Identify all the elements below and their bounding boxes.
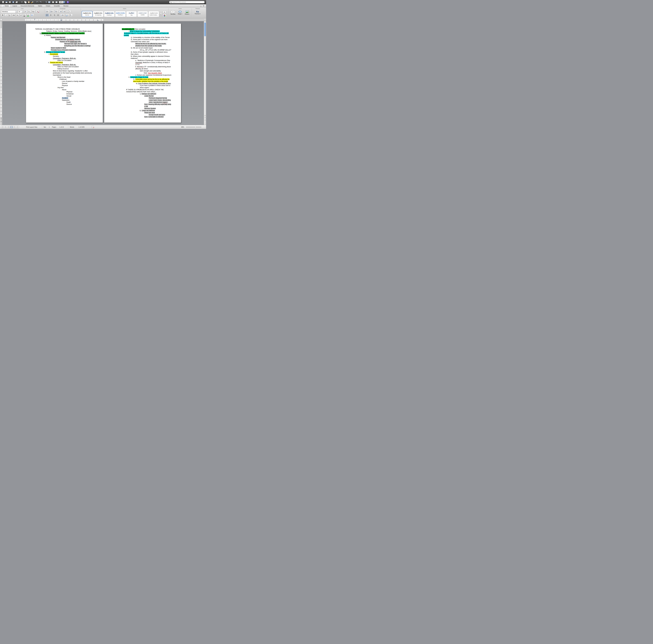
style-card-no-spacing[interactable]: AaBbCcDcNo Spacing [93,11,103,17]
doc-line[interactable]: b. Etiology of Deficient Terrain [44,51,103,53]
doc-line[interactable]: ii). Lungs are deficient [140,109,181,112]
doc-line[interactable]: Never studied in West [51,47,103,49]
search-input[interactable]: Search in Document [169,1,205,3]
tab-tables[interactable]: Tables [36,4,44,7]
doc-line[interactable]: a). Area Problems that Indicate Vulnerab… [136,82,181,84]
doc-line[interactable]: ASSOCIATED ORGAN FOR THAT AREA… [126,91,181,93]
style-card-heading-2[interactable]: AaBbCcDdEeHeading 2 [115,11,126,17]
doc-line[interactable]: i. What Is Meant By Vulnerability? [Defi… [128,30,181,32]
doc-line[interactable]: traumatized [53,74,103,76]
tab-review[interactable]: Review [62,4,70,7]
outline-view-button[interactable] [4,126,7,128]
style-card-subtitle[interactable]: AaBbCcDdESubtitle [137,11,148,17]
doc-line[interactable]: IF THERE IS A PROBLEM IN AN AREA, CHECK … [126,89,181,91]
gear-icon[interactable]: ⚙ [203,5,204,7]
doc-line[interactable]: medicine? [131,57,181,59]
doc-line[interactable]: b. Worsley's CF- constitutionally determ… [135,66,181,68]
doc-line[interactable]: 3). We are not all created equal [131,47,181,49]
doc-line[interactable]: these organs: [140,86,181,89]
doc-line[interactable]: Principle focus of Eastern medicines [51,49,103,51]
doc-line[interactable]: “Bernard was right, the Terrain is [64,43,103,45]
doc-line[interactable]: Lower back, knees, descending [149,99,181,101]
doc-line[interactable]: a. History [44,34,103,36]
superscript-button[interactable]: A² [20,14,23,17]
toolbar-insert-chart-button[interactable]: ▾ [48,0,51,4]
scrollbar-thumb[interactable] [204,22,206,36]
style-card-title[interactable]: AaBbCTitle [126,11,137,17]
line-spacing-button[interactable]: ⇅▾ [60,14,65,17]
doc-line[interactable]: Childhood [59,78,103,80]
tab-smartart[interactable]: SmartArt [52,4,62,7]
sort-button[interactable]: AZ↓ [70,14,73,17]
align-left-button[interactable] [45,14,49,17]
doc-line[interactable]: 177-8. [135,64,181,66]
numbered-list-button[interactable]: ▾ [50,10,54,13]
doc-line[interactable]: new insults, whether from the outside or… [133,80,181,82]
doc-line[interactable]: Accident [62,97,103,99]
spelling-status-icon[interactable]: ✗ [91,126,94,128]
doc-line[interactable]: Ears: Hearing difficulty especially earl… [144,103,181,105]
doc-line[interactable]: Shock to the Heart [57,76,103,78]
pages-label[interactable]: Pages: [52,126,56,128]
doc-line[interactable]: 1). Vulnerable areas will be the first t… [133,78,181,80]
toolbar-new-document-button[interactable] [1,0,5,4]
draft-view-button[interactable] [1,126,4,128]
doc-line[interactable]: affecting all others [135,68,181,70]
full-screen-view-button[interactable] [16,126,19,128]
increase-indent-button[interactable] [63,10,66,13]
text-effects-button[interactable]: A▾ [31,14,34,17]
toolbar-format-painter-button[interactable] [30,0,34,4]
highlight-color-button[interactable]: ab▾ [27,14,30,17]
insert-shape-button[interactable]: Shape▾ [177,10,184,15]
print-layout-view-button[interactable] [10,126,13,128]
doc-line[interactable]: colon, reproductive organs ; [149,101,181,103]
doc-line[interactable]: Unschuld, Medicine in China; A History o… [135,61,181,64]
doc-line[interactable]: Claude Bernard [Le Melieu Interior] [55,39,103,41]
vertical-ruler[interactable]: 1234567891011121314151617181920212223242… [0,21,2,125]
underline-button[interactable]: U▾ [8,14,11,17]
doc-line[interactable]: everything and the Microbe is nothing” [64,45,103,47]
zoom-combo[interactable]: 88%▲▼ [59,1,65,3]
zoom-stepper-icon[interactable]: ▲▼ [64,1,65,3]
tab-document-elements[interactable]: Document Elements [19,4,36,7]
toolbar-paste-button[interactable] [27,0,30,4]
previous-page-button[interactable]: » [204,119,206,121]
doc-line[interactable]: c. Korean and Japanese Constitutional Ac… [135,74,181,76]
toolbar-print-button[interactable] [15,0,18,4]
doc-line[interactable]: Head and neck [144,112,181,114]
toolbar-undo-button[interactable]: ↶▾ [36,0,39,4]
toolbar-columns-button[interactable] [51,0,55,4]
doc-line[interactable]: SUSCEPTIBILITY TO EMOTIONAL OR PHYSICAL … [124,32,181,34]
toolbar-cut-button[interactable]: ✂ [20,0,24,4]
doc-line[interactable]: Conception, Pregnancy, Birth etc. [53,64,103,66]
toolbar-save-button[interactable] [11,0,15,4]
doc-line[interactable]: both strength and vulnerability [140,70,181,72]
change-case-button[interactable]: Aa▾ [31,10,35,13]
doc-line[interactable]: HARM] [124,34,181,36]
doc-line[interactable]: i. Constitution [49,53,103,55]
zoom-slider-knob[interactable] [195,126,196,128]
multilevel-list-button[interactable]: ▾ [54,10,58,13]
document-area[interactable]: 1234567891011121314151617181920212223242… [0,21,206,125]
next-page-button[interactable]: » [204,123,206,125]
doc-line[interactable]: Divorce [67,103,103,105]
words-value[interactable]: 1 of 2325 [78,126,84,128]
bold-button[interactable]: B [1,14,4,17]
doc-line[interactable]: Will be the first to be affected by new … [135,43,181,45]
themes-button[interactable]: Aa Themes▾ [193,10,202,15]
style-card-normal[interactable]: AaBbCcDcNormal [82,11,93,17]
doc-line[interactable]: ii. Vulnerable Organ Or Area [129,76,181,78]
grow-font-button[interactable]: A▲ [24,10,27,13]
doc-line[interactable]: Any time [57,86,103,89]
chevron-down-icon[interactable]: ▼ [16,10,17,13]
toolbar-media-browser-button[interactable] [8,0,11,4]
strikethrough-button[interactable]: ABC [12,14,16,17]
doc-line[interactable]: If you have a problem in these areas loo… [140,84,181,86]
scroll-up-button[interactable]: ▲ [204,114,206,116]
doc-line[interactable]: 5). Where does vulnerability appear in c… [131,55,181,57]
doc-line[interactable]: Ears: vulnerable to infection [144,116,181,118]
zoom-slider[interactable] [186,127,201,127]
doc-line[interactable]: 1). Vulnerability is a function of the v… [131,36,181,39]
italic-button[interactable]: I [5,14,8,17]
insert-text-box-button[interactable]: A Text Box [170,10,176,15]
